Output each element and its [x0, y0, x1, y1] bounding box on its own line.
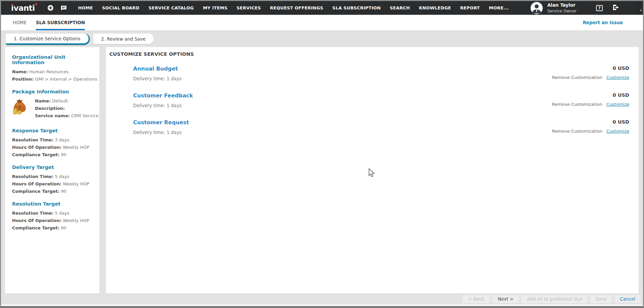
customize-link[interactable]: Customize — [606, 75, 629, 80]
option-name-link[interactable]: Customer Request — [133, 119, 189, 126]
option-price: 0 USD — [552, 65, 629, 71]
package-info-section: Package Information C — [12, 89, 95, 121]
menu-item-request-offerings[interactable]: REQUEST OFFERINGS — [270, 5, 323, 10]
response-target-section: Response Target Resolution Time:3 days H… — [12, 128, 95, 157]
remove-customization-link[interactable]: Remove Customization — [552, 75, 602, 80]
section-title: Organizational Unit Information — [12, 54, 95, 65]
money-bag-icon: C — [12, 98, 28, 115]
option-delivery-time: Delivery time: 1 days — [133, 76, 181, 81]
field-compliance-target: Compliance Target:90 — [12, 225, 95, 230]
customize-link[interactable]: Customize — [606, 129, 629, 134]
workspace-tabbar: HOME SLA SUBSCRIPTION Report an Issue — [1, 15, 643, 30]
user-area: Alan Taylor Service Owner ? — [531, 2, 643, 14]
field-compliance-target: Compliance Target:90 — [12, 189, 95, 194]
bottom-strip — [1, 305, 643, 306]
field-package-name: Name:Default — [35, 98, 99, 103]
option-name-link[interactable]: Customer Feedback — [133, 92, 193, 99]
option-price: 0 USD — [552, 119, 629, 125]
tab-sla-subscription[interactable]: SLA SUBSCRIPTION — [36, 15, 85, 30]
ivanti-logo: ivanti — [11, 4, 35, 12]
section-title: Delivery Target — [12, 165, 95, 170]
delivery-target-section: Delivery Target Resolution Time:5 days H… — [12, 165, 95, 194]
section-title: Response Target — [12, 128, 95, 133]
user-role: Service Owner — [547, 9, 577, 13]
field-name: Name:Human Resources — [12, 69, 95, 74]
resolution-target-section: Resolution Target Resolution Time:5 days… — [12, 201, 95, 230]
service-options-list: Annual Budget Delivery time: 1 days 0 US… — [109, 65, 629, 135]
logout-icon[interactable] — [613, 4, 620, 12]
add-all-to-published-sla-button[interactable]: Add all to published SLA — [521, 295, 588, 303]
user-avatar[interactable] — [531, 2, 543, 14]
option-delivery-time: Delivery time: 1 days — [133, 103, 193, 108]
back-button[interactable]: < Back — [463, 295, 490, 303]
field-service-name: Service name:CRM Service — [35, 113, 99, 118]
menu-item-knowledge[interactable]: KNOWLEDGE — [419, 5, 451, 10]
wizard-footer-bar: < Back Next > Add all to published SLA S… — [1, 293, 643, 305]
panel-title: CUSTOMIZE SERVICE OPTIONS — [109, 51, 629, 57]
top-navigation-bar: ivanti HOME SOCIAL BOARD SERVICE CATALOG… — [1, 1, 643, 15]
field-compliance-target: Compliance Target:90 — [12, 152, 95, 157]
option-price: 0 USD — [552, 92, 629, 98]
menu-item-search[interactable]: SEARCH — [390, 5, 410, 10]
menu-item-sla-subscription[interactable]: SLA SUBSCRIPTION — [332, 5, 381, 10]
menu-item-more[interactable]: MORE... — [489, 5, 509, 10]
service-option-customer-feedback: Customer Feedback Delivery time: 1 days … — [109, 92, 629, 108]
add-icon[interactable] — [48, 5, 53, 11]
scrollbar-up-icon[interactable]: ▲ — [639, 8, 643, 11]
user-info[interactable]: Alan Taylor Service Owner — [547, 2, 577, 13]
service-option-customer-request: Customer Request Delivery time: 1 days 0… — [109, 119, 629, 135]
service-option-annual-budget: Annual Budget Delivery time: 1 days 0 US… — [109, 65, 629, 81]
field-hours-of-operation: Hours Of Operation:Weekly HOP — [12, 145, 95, 150]
section-title: Package Information — [12, 89, 95, 94]
wizard-step-review-and-save[interactable]: 2. Review and Save — [93, 34, 154, 44]
remove-customization-link[interactable]: Remove Customization — [552, 102, 602, 107]
menu-item-service-catalog[interactable]: SERVICE CATALOG — [149, 5, 194, 10]
field-package-description: Description: — [35, 106, 99, 111]
cancel-button[interactable]: Cancel — [614, 295, 641, 303]
user-name: Alan Taylor — [547, 2, 577, 8]
tab-home[interactable]: HOME — [13, 15, 26, 30]
option-delivery-time: Delivery time: 1 days — [133, 130, 189, 135]
next-button[interactable]: Next > — [492, 295, 519, 303]
remove-customization-link[interactable]: Remove Customization — [552, 129, 602, 134]
org-unit-section: Organizational Unit Information Name:Hum… — [12, 54, 95, 82]
field-hours-of-operation: Hours Of Operation:Weekly HOP — [12, 181, 95, 186]
report-an-issue-link[interactable]: Report an Issue — [583, 20, 623, 25]
menu-item-my-items[interactable]: MY ITEMS — [203, 5, 227, 10]
content-area: Organizational Unit Information Name:Hum… — [1, 47, 643, 293]
main-menu: HOME SOCIAL BOARD SERVICE CATALOG MY ITE… — [78, 5, 509, 10]
section-title: Resolution Target — [12, 201, 95, 207]
help-icon[interactable]: ? — [596, 5, 603, 11]
field-resolution-time: Resolution Time:5 days — [12, 211, 95, 216]
app-window: ivanti HOME SOCIAL BOARD SERVICE CATALOG… — [0, 0, 644, 308]
customize-service-options-panel: CUSTOMIZE SERVICE OPTIONS Annual Budget … — [106, 47, 639, 293]
field-resolution-time: Resolution Time:5 days — [12, 174, 95, 179]
customize-link[interactable]: Customize — [606, 102, 629, 107]
wizard-step-customize-service-options[interactable]: 1. Customize Service Options — [6, 34, 90, 45]
summary-sidebar: Organizational Unit Information Name:Hum… — [5, 47, 99, 293]
wizard-steps-bar: 1. Customize Service Options 2. Review a… — [1, 30, 643, 47]
menu-item-social-board[interactable]: SOCIAL BOARD — [102, 5, 140, 10]
option-name-link[interactable]: Annual Budget — [133, 65, 181, 72]
field-hours-of-operation: Hours Of Operation:Weekly HOP — [12, 218, 95, 223]
menu-item-report[interactable]: REPORT — [460, 5, 480, 10]
menu-item-home[interactable]: HOME — [78, 5, 93, 10]
svg-text:C: C — [18, 104, 22, 109]
field-position: Position:GMI > Internal > Operations > H… — [12, 77, 95, 82]
chat-icon[interactable] — [61, 5, 67, 11]
save-button[interactable]: Save — [590, 295, 612, 303]
menu-item-services[interactable]: SERVICES — [236, 5, 261, 10]
field-resolution-time: Resolution Time:3 days — [12, 137, 95, 142]
